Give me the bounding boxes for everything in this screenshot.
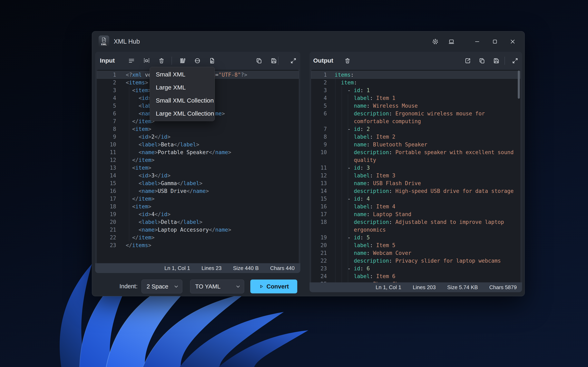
- code-text: <name>Portable Speaker</name>: [126, 149, 231, 156]
- scrollbar-thumb[interactable]: [518, 71, 520, 99]
- menu-item-small-xml[interactable]: Small XML: [150, 68, 215, 81]
- open-file-button[interactable]: [207, 56, 217, 66]
- code-line[interactable]: 12 label: Item 3: [311, 172, 520, 179]
- share-icon: [464, 57, 471, 64]
- menu-item-small-xml-collection[interactable]: Small XML Collection: [150, 94, 215, 107]
- library-books-icon: [179, 57, 186, 64]
- line-number: 9: [311, 141, 327, 149]
- code-line[interactable]: 17 </item>: [97, 195, 299, 203]
- maximize-icon: [492, 39, 498, 45]
- line-number: 14: [311, 187, 327, 195]
- code-line[interactable]: 7 - id: 2: [311, 125, 520, 133]
- copy-input-button[interactable]: [254, 56, 264, 66]
- code-line[interactable]: 2 item:: [311, 79, 520, 86]
- load-url-button[interactable]: [192, 56, 202, 66]
- code-line[interactable]: 5 name: Wireless Mouse: [311, 102, 520, 110]
- clear-output-button[interactable]: [343, 56, 352, 66]
- sample-library-button[interactable]: [178, 56, 188, 66]
- line-number: 22: [97, 234, 116, 242]
- code-text: description: Privacy slider for laptop w…: [335, 257, 501, 265]
- code-line[interactable]: 14 <id>3</id>: [97, 172, 299, 179]
- output-status-bar: Ln 1, Col 1 Lines 203 Size 5.74 KB Chars…: [310, 282, 522, 292]
- code-line[interactable]: 14 description: High-speed USB drive for…: [311, 187, 520, 195]
- minify-button[interactable]: [142, 56, 151, 66]
- code-line[interactable]: 15 - id: 4: [311, 195, 520, 203]
- code-line[interactable]: 21 <name>Laptop Accessory</name>: [97, 226, 299, 234]
- code-line[interactable]: 12 </item>: [97, 156, 299, 164]
- expand-icon: [512, 57, 519, 64]
- code-line[interactable]: 4 label: Item 1: [311, 94, 520, 102]
- conversion-mode-select[interactable]: TO YAML: [190, 280, 244, 293]
- code-text: <name>Laptop Accessory</name>: [126, 226, 231, 234]
- save-output-button[interactable]: [492, 56, 501, 66]
- line-number: 5: [311, 102, 327, 110]
- code-line[interactable]: 19 - id: 5: [311, 234, 520, 242]
- code-line[interactable]: 11 - id: 3: [311, 164, 520, 172]
- code-line[interactable]: 10 <label>Beta</label>: [97, 141, 299, 149]
- minimize-button[interactable]: [472, 37, 482, 47]
- save-icon: [493, 57, 500, 64]
- expand-output-button[interactable]: [510, 56, 520, 66]
- code-line[interactable]: 6 description: Ergonomic wireless mouse …: [311, 110, 520, 117]
- code-text: <name>USB Drive</name>: [126, 187, 209, 195]
- code-line[interactable]: 22 </item>: [97, 234, 299, 242]
- cursor-position: Ln 1, Col 1: [376, 284, 401, 291]
- code-text: <item>: [126, 164, 151, 172]
- code-line[interactable]: 25 name: Phone Charger: [311, 280, 520, 282]
- clear-input-button[interactable]: [156, 56, 166, 66]
- close-button[interactable]: [508, 37, 518, 47]
- code-line[interactable]: 13 name: USB Flash Drive: [311, 179, 520, 187]
- code-line[interactable]: 15 <label>Gamma</label>: [97, 179, 299, 187]
- code-line[interactable]: 17 name: Laptop Stand: [311, 210, 520, 218]
- expand-input-button[interactable]: [288, 56, 298, 66]
- code-line[interactable]: 10 description: Portable speaker with ex…: [311, 149, 520, 156]
- char-count: Chars 440: [270, 265, 295, 271]
- menu-item-large-xml[interactable]: Large XML: [150, 81, 215, 94]
- code-line[interactable]: 18 description: Adjustable stand to impr…: [311, 218, 520, 226]
- format-button[interactable]: [127, 56, 136, 66]
- code-text: <items>: [126, 79, 148, 86]
- maximize-button[interactable]: [490, 37, 500, 47]
- code-line[interactable]: 18 <item>: [97, 203, 299, 210]
- output-editor[interactable]: 1items:2 item:3 - id: 14 label: Item 15 …: [311, 70, 520, 282]
- line-number: 12: [97, 156, 116, 164]
- copy-output-button[interactable]: [477, 56, 487, 66]
- code-line[interactable]: 9 <id>2</id>: [97, 133, 299, 141]
- indent-select[interactable]: 2 Space: [141, 280, 182, 293]
- code-line[interactable]: 23</items>: [97, 242, 299, 249]
- code-line[interactable]: 20 <label>Delta</label>: [97, 218, 299, 226]
- code-line[interactable]: 22 description: Privacy slider for lapto…: [311, 257, 520, 265]
- save-input-button[interactable]: [269, 56, 279, 66]
- code-line[interactable]: 21 name: Webcam Cover: [311, 249, 520, 257]
- line-number: 21: [97, 226, 116, 234]
- menu-item-large-xml-collection[interactable]: Large XML Collection: [150, 107, 215, 120]
- code-text: <id>2</id>: [126, 133, 171, 141]
- code-text: label: Item 6: [335, 272, 395, 280]
- code-line[interactable]: ergonomics: [311, 226, 520, 234]
- code-line[interactable]: 16 <name>USB Drive</name>: [97, 187, 299, 195]
- code-line[interactable]: 11 <name>Portable Speaker</name>: [97, 149, 299, 156]
- code-line[interactable]: comfortable computing: [311, 117, 520, 125]
- code-line[interactable]: 9 name: Bluetooth Speaker: [311, 141, 520, 149]
- share-output-button[interactable]: [463, 56, 473, 66]
- display-mode-button[interactable]: [447, 37, 456, 47]
- code-text: name: Phone Charger: [335, 280, 415, 282]
- code-line[interactable]: 3 - id: 1: [311, 86, 520, 94]
- convert-button[interactable]: Convert: [250, 280, 297, 293]
- code-line[interactable]: 16 label: Item 4: [311, 203, 520, 210]
- output-toolbar: Output: [310, 52, 522, 70]
- code-line[interactable]: 19 <id>4</id>: [97, 210, 299, 218]
- code-line[interactable]: 1items:: [311, 71, 520, 79]
- code-text: <item>: [126, 125, 151, 133]
- code-line[interactable]: 20 label: Item 5: [311, 242, 520, 249]
- code-line[interactable]: 23 - id: 6: [311, 265, 520, 272]
- code-line[interactable]: 13 <item>: [97, 164, 299, 172]
- settings-button[interactable]: [430, 37, 440, 47]
- code-line[interactable]: quality: [311, 156, 520, 164]
- code-line[interactable]: 8 label: Item 2: [311, 133, 520, 141]
- line-number: 9: [97, 133, 116, 141]
- code-text: <id>4</id>: [126, 210, 171, 218]
- format-lines-icon: [128, 57, 135, 64]
- code-line[interactable]: 8 <item>: [97, 125, 299, 133]
- code-line[interactable]: 24 label: Item 6: [311, 272, 520, 280]
